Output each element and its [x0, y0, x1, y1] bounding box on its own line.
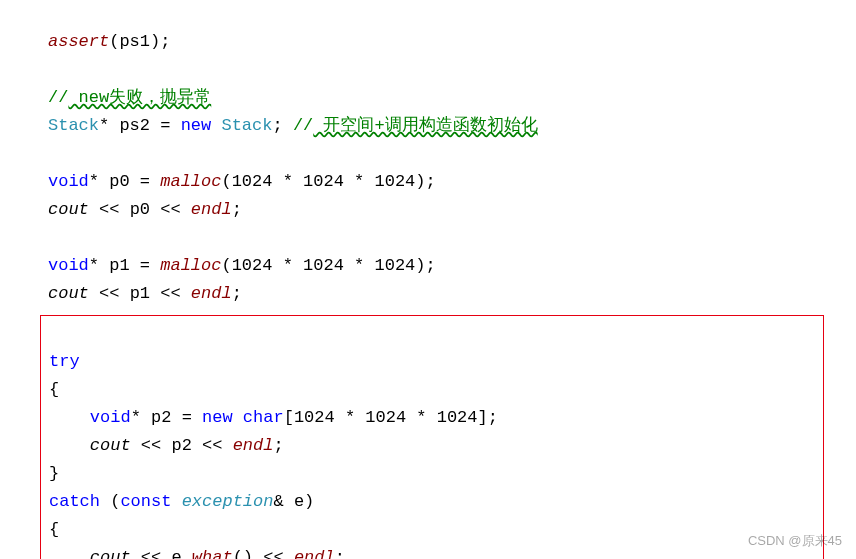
- num-1024: 1024: [303, 172, 344, 191]
- paren-open: (: [110, 492, 120, 511]
- semicolon: ;: [273, 436, 283, 455]
- comment-open-space: 开空间+调用构造函数初始化: [313, 116, 537, 135]
- code-block: assert(ps1); // new失败，抛异常 Stack* ps2 = n…: [0, 0, 856, 309]
- brace-open: {: [49, 520, 59, 539]
- comment-slashes-2: //: [293, 116, 313, 135]
- paren-close: ): [415, 172, 425, 191]
- endl: endl: [191, 200, 232, 219]
- what-call: what: [192, 548, 233, 559]
- equals: =: [182, 408, 192, 427]
- paren-open: (: [221, 256, 231, 275]
- semicolon: ;: [272, 116, 282, 135]
- malloc-call-2: malloc: [160, 256, 221, 275]
- num-1024: 1024: [232, 172, 273, 191]
- ident-ps2: ps2: [119, 116, 150, 135]
- semicolon: ;: [160, 32, 170, 51]
- star: *: [89, 256, 99, 275]
- kw-new: new: [181, 116, 212, 135]
- kw-catch: catch: [49, 492, 100, 511]
- dot: .: [182, 548, 192, 559]
- ident-p0: p0: [109, 172, 129, 191]
- amp: &: [273, 492, 283, 511]
- assert-call: assert: [48, 32, 109, 51]
- op-lshift: <<: [99, 284, 119, 303]
- ident-p1: p1: [109, 256, 129, 275]
- star: *: [354, 172, 364, 191]
- semicolon: ;: [335, 548, 345, 559]
- paren-close: ): [243, 548, 253, 559]
- equals: =: [160, 116, 170, 135]
- star: *: [345, 408, 355, 427]
- type-exception: exception: [182, 492, 274, 511]
- cout: cout: [48, 284, 89, 303]
- kw-new: new: [202, 408, 233, 427]
- op-lshift: <<: [141, 548, 161, 559]
- semicolon: ;: [488, 408, 498, 427]
- ident-p2: p2: [171, 436, 191, 455]
- endl: endl: [294, 548, 335, 559]
- equals: =: [140, 172, 150, 191]
- ident-p2: p2: [151, 408, 171, 427]
- kw-void: void: [48, 256, 89, 275]
- star: *: [131, 408, 141, 427]
- paren-close: ): [150, 32, 160, 51]
- kw-const: const: [120, 492, 171, 511]
- cout: cout: [90, 436, 131, 455]
- kw-char: char: [243, 408, 284, 427]
- watermark: CSDN @原来45: [748, 530, 842, 551]
- ident-e: e: [171, 548, 181, 559]
- bracket-close: ]: [478, 408, 488, 427]
- op-lshift: <<: [141, 436, 161, 455]
- type-stack-2: Stack: [221, 116, 272, 135]
- equals: =: [140, 256, 150, 275]
- star: *: [283, 256, 293, 275]
- num-1024: 1024: [437, 408, 478, 427]
- kw-void: void: [48, 172, 89, 191]
- paren-open: (: [233, 548, 243, 559]
- comment-new-fail: new失败，抛异常: [68, 88, 211, 107]
- cout: cout: [90, 548, 131, 559]
- kw-try: try: [49, 352, 80, 371]
- semicolon: ;: [232, 284, 242, 303]
- paren-close: ): [304, 492, 314, 511]
- num-1024: 1024: [294, 408, 335, 427]
- try-catch-box: try { void* p2 = new char[1024 * 1024 * …: [40, 315, 824, 559]
- brace-close: }: [49, 464, 59, 483]
- num-1024: 1024: [365, 408, 406, 427]
- malloc-call: malloc: [160, 172, 221, 191]
- star: *: [354, 256, 364, 275]
- ident-p1: p1: [130, 284, 150, 303]
- paren-close: ): [415, 256, 425, 275]
- semicolon: ;: [232, 200, 242, 219]
- semicolon: ;: [426, 172, 436, 191]
- num-1024: 1024: [232, 256, 273, 275]
- star: *: [89, 172, 99, 191]
- bracket-open: [: [284, 408, 294, 427]
- comment-slashes: //: [48, 88, 68, 107]
- paren-open: (: [109, 32, 119, 51]
- star: *: [283, 172, 293, 191]
- paren-open: (: [221, 172, 231, 191]
- op-lshift: <<: [160, 200, 180, 219]
- endl: endl: [233, 436, 274, 455]
- cout: cout: [48, 200, 89, 219]
- num-1024: 1024: [375, 172, 416, 191]
- op-lshift: <<: [202, 436, 222, 455]
- star: *: [99, 116, 109, 135]
- kw-void: void: [90, 408, 131, 427]
- semicolon: ;: [426, 256, 436, 275]
- op-lshift: <<: [263, 548, 283, 559]
- ident-p0: p0: [130, 200, 150, 219]
- type-stack: Stack: [48, 116, 99, 135]
- num-1024: 1024: [375, 256, 416, 275]
- endl: endl: [191, 284, 232, 303]
- op-lshift: <<: [160, 284, 180, 303]
- ident-ps1: ps1: [119, 32, 150, 51]
- num-1024: 1024: [303, 256, 344, 275]
- star: *: [416, 408, 426, 427]
- op-lshift: <<: [99, 200, 119, 219]
- brace-open: {: [49, 380, 59, 399]
- ident-e: e: [294, 492, 304, 511]
